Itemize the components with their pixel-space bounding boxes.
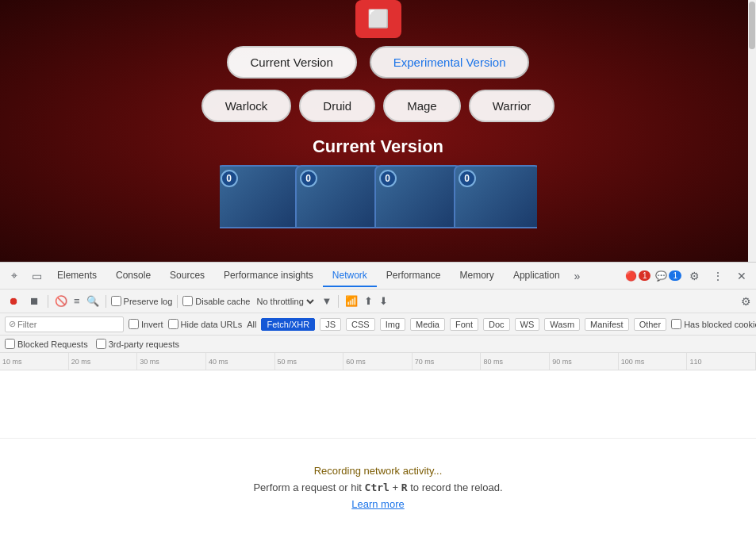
export-icon[interactable]: ⬇ [378, 293, 390, 309]
wifi-icon[interactable]: 📶 [343, 293, 359, 309]
tab-performance[interactable]: Performance [377, 265, 451, 287]
cards-row: 0 0 0 0 [220, 165, 537, 228]
stop-button[interactable]: ⏹ [25, 293, 43, 310]
perform-text-after: to record the reload. [410, 481, 502, 493]
tick-90ms: 90 ms [550, 353, 619, 370]
tick-110: 110 [687, 353, 756, 370]
warning-badge: 1 [669, 270, 681, 281]
third-party-label[interactable]: 3rd-party requests [96, 339, 179, 349]
throttle-select[interactable]: No throttling [253, 296, 317, 307]
perform-text: Perform a request or hit Ctrl + R to rec… [253, 481, 502, 493]
preserve-log-checkbox[interactable] [111, 296, 121, 306]
record-button[interactable]: ⏺ [5, 293, 22, 310]
hide-data-urls-label[interactable]: Hide data URLs [168, 319, 243, 329]
card-1: 0 [220, 165, 303, 228]
tab-sources[interactable]: Sources [160, 265, 214, 287]
recording-text: Recording network activity... [314, 465, 443, 477]
tab-performance-insights[interactable]: Performance insights [214, 265, 323, 287]
tick-70ms: 70 ms [413, 353, 482, 370]
scrollbar[interactable] [748, 0, 756, 262]
network-settings-icon[interactable]: ⚙ [741, 295, 751, 308]
more-tabs-button[interactable]: » [570, 267, 585, 286]
filter-wasm[interactable]: Wasm [544, 318, 580, 331]
has-blocked-cookies-label[interactable]: Has blocked cookies [671, 319, 756, 329]
devtools-close-button[interactable]: ✕ [731, 265, 753, 287]
mana-gem-4: 0 [459, 170, 476, 187]
experimental-version-button[interactable]: Experimental Version [370, 46, 530, 79]
filter-media[interactable]: Media [410, 318, 445, 331]
perform-text-before: Perform a request or hit [253, 481, 364, 493]
filter-bar: ⊘ Invert Hide data URLs All Fetch/XHR JS… [0, 313, 756, 336]
filter-search-icon: ⊘ [9, 319, 16, 329]
hide-data-urls-text: Hide data URLs [181, 320, 243, 329]
devtools-panel: ⌖ ▭ Elements Console Sources Performance… [0, 262, 756, 537]
clear-button[interactable]: 🚫 [53, 293, 69, 309]
current-version-label: Current Version [313, 136, 443, 157]
search-icon[interactable]: 🔍 [85, 293, 101, 309]
filter-icon[interactable]: ≡ [72, 293, 82, 309]
invert-label[interactable]: Invert [129, 319, 163, 329]
preserve-log-label[interactable]: Preserve log [111, 296, 173, 306]
filter-manifest[interactable]: Manifest [585, 318, 629, 331]
device-toolbar-icon[interactable]: ▭ [25, 265, 48, 287]
tab-console[interactable]: Console [106, 265, 160, 287]
class-buttons: Warlock Druid Mage Warrior [201, 90, 555, 122]
filter-fetch-xhr[interactable]: Fetch/XHR [261, 318, 315, 331]
has-blocked-cookies-text: Has blocked cookies [684, 320, 756, 329]
error-indicator: 🔴 1 [625, 270, 651, 282]
mage-button[interactable]: Mage [383, 90, 461, 122]
has-blocked-cookies-checkbox[interactable] [671, 319, 681, 329]
throttle-dropdown-icon[interactable]: ▼ [320, 293, 333, 309]
plus-sign: + [393, 481, 401, 493]
filter-doc[interactable]: Doc [483, 318, 510, 331]
tab-application[interactable]: Application [504, 265, 570, 287]
mana-gem-1: 0 [221, 170, 238, 187]
scrollbar-thumb[interactable] [749, 2, 755, 49]
preserve-log-text: Preserve log [124, 297, 173, 306]
card-4: 0 [454, 165, 537, 228]
third-party-checkbox[interactable] [96, 339, 106, 349]
warning-indicator: 💬 1 [655, 270, 681, 282]
warrior-button[interactable]: Warrior [469, 90, 555, 122]
logo-icon: ⬜ [355, 0, 401, 38]
warlock-button[interactable]: Warlock [201, 90, 292, 122]
filter-img[interactable]: Img [380, 318, 405, 331]
timeline-body [0, 370, 756, 439]
devtools-settings-button[interactable]: ⚙ [683, 265, 705, 287]
disable-cache-checkbox[interactable] [182, 296, 193, 306]
filter-other[interactable]: Other [634, 318, 667, 331]
tick-100ms: 100 ms [619, 353, 688, 370]
current-version-button[interactable]: Current Version [227, 46, 357, 79]
tab-memory[interactable]: Memory [451, 265, 504, 287]
version-buttons: Current Version Experimental Version [227, 46, 530, 79]
invert-checkbox[interactable] [129, 319, 139, 329]
error-badge: 1 [639, 270, 651, 281]
third-party-text: 3rd-party requests [109, 339, 179, 349]
timeline-header: 10 ms 20 ms 30 ms 40 ms 50 ms 60 ms 70 m… [0, 353, 756, 370]
blocked-requests-label[interactable]: Blocked Requests [5, 339, 88, 349]
devtools-more-button[interactable]: ⋮ [707, 265, 729, 287]
filter-font[interactable]: Font [450, 318, 478, 331]
filter-ws[interactable]: WS [515, 318, 540, 331]
blocked-requests-checkbox[interactable] [5, 339, 15, 349]
hide-data-urls-checkbox[interactable] [168, 319, 178, 329]
toolbar-separator-3 [177, 295, 178, 308]
druid-button[interactable]: Druid [299, 90, 375, 122]
tab-network[interactable]: Network [323, 265, 377, 287]
filter-input-container: ⊘ [5, 316, 124, 332]
mana-gem-3: 0 [379, 170, 397, 187]
disable-cache-label[interactable]: Disable cache [182, 296, 250, 306]
r-key: R [401, 481, 408, 493]
learn-more-link[interactable]: Learn more [351, 498, 404, 510]
filter-input[interactable] [17, 320, 121, 329]
tick-40ms: 40 ms [206, 353, 275, 370]
tab-elements[interactable]: Elements [48, 265, 106, 287]
devtools-tabs: ⌖ ▭ Elements Console Sources Performance… [0, 263, 756, 290]
filter-js[interactable]: JS [320, 318, 341, 331]
card-3: 0 [374, 165, 462, 228]
import-icon[interactable]: ⬆ [363, 293, 374, 309]
filter-css[interactable]: CSS [346, 318, 375, 331]
card-2: 0 [295, 165, 382, 228]
select-element-icon[interactable]: ⌖ [3, 265, 25, 287]
ctrl-key: Ctrl [365, 481, 390, 493]
